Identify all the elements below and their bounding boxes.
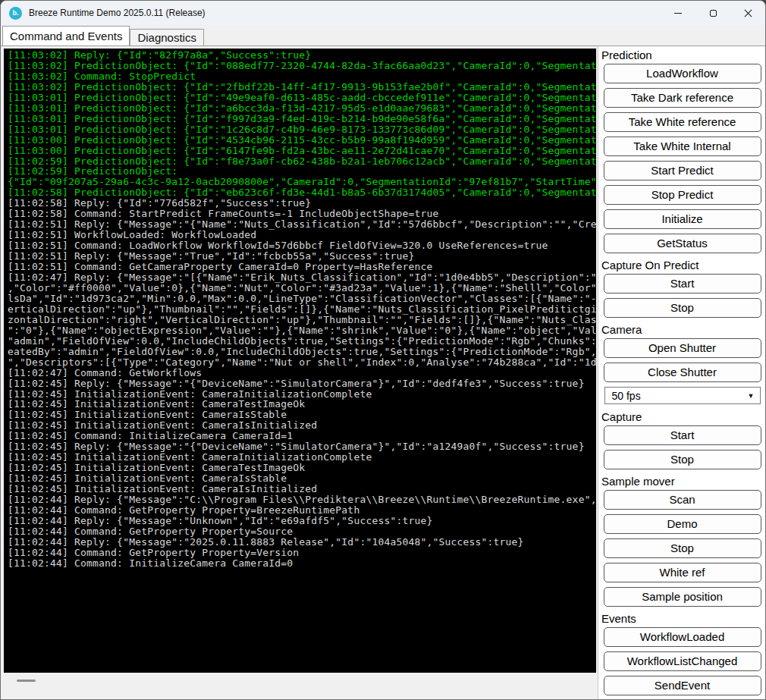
- console-line: ,"Color":"#ff0000","Value":0},{"Name":"N…: [8, 283, 596, 293]
- prediction-initialize-button[interactable]: Initialize: [604, 209, 761, 229]
- maximize-button[interactable]: [695, 1, 730, 25]
- tab-page: [11:03:02] Reply: {"Id":"82f97a8a","Succ…: [1, 46, 765, 699]
- console-line: [11:02:44] Command: GetProperty Property…: [8, 526, 596, 537]
- window-controls: [661, 1, 765, 25]
- camera-open-shutter-button[interactable]: Open Shutter: [604, 338, 761, 358]
- console-line: ":"0"},{"Name":"objectExpression","Value…: [8, 325, 596, 336]
- minimize-button[interactable]: [661, 1, 695, 25]
- prediction-getstatus-button[interactable]: GetStatus: [604, 234, 761, 253]
- console-line: [11:02:58] Command: StartPredict FrameCo…: [8, 209, 596, 219]
- console-line: [11:02:45] InitializationEvent: CameraTe…: [8, 463, 596, 473]
- console-line: [11:02:45] InitializationEvent: CameraTe…: [8, 399, 596, 410]
- console-line: [11:02:58] Reply: {"Id":"776d582f","Succ…: [8, 198, 596, 209]
- sample-mover-sample-position-button[interactable]: Sample position: [604, 587, 761, 607]
- console-line: [11:02:45] InitializationEvent: CameraIs…: [8, 420, 596, 431]
- console-line: [11:03:02] PredictionObject: {"Id":"2fbd…: [8, 82, 596, 93]
- console-line: [11:02:47] Command: GetWorkflows: [8, 368, 596, 378]
- console-line: [11:02:45] Command: InitializeCamera Cam…: [8, 431, 596, 441]
- tab-strip: Command and Events Diagnostics: [1, 25, 765, 46]
- prediction-take-white-reference-button[interactable]: Take White reference: [604, 112, 761, 132]
- console-line: [11:02:45] InitializationEvent: CameraIn…: [8, 389, 596, 400]
- control-panel: PredictionLoadWorkflowTake Dark referenc…: [598, 46, 766, 700]
- console-line: eatedBy":"admin","FieldOfView":0.0,"Incl…: [8, 347, 596, 357]
- console-line: [11:02:44] Command: GetProperty Property…: [8, 548, 596, 558]
- console-line: [11:02:45] Reply: {"Message":"{"DeviceNa…: [8, 378, 596, 389]
- capture-on-predict-stop-button[interactable]: Stop: [604, 298, 761, 318]
- console-line: [11:02:45] InitializationEvent: CameraIs…: [8, 473, 596, 484]
- prediction-stop-predict-button[interactable]: Stop Predict: [604, 185, 761, 205]
- capture-stop-button[interactable]: Stop: [604, 450, 761, 469]
- console-line: [11:02:51] Command: GetCameraProperty Ca…: [8, 262, 596, 272]
- events-workflowloaded-button[interactable]: WorkflowLoaded: [604, 627, 761, 647]
- console-line: [11:02:59] PredictionObject: {"Id":"f8e7…: [8, 156, 596, 167]
- close-button[interactable]: [730, 1, 765, 25]
- console-line: [11:02:45] Reply: {"Message":"{"DeviceNa…: [8, 441, 596, 452]
- console-line: [11:03:01] PredictionObject: {"Id":"a6bc…: [8, 103, 596, 114]
- capture-on-predict-start-button[interactable]: Start: [604, 274, 761, 293]
- console-line: [11:02:44] Reply: {"Message":"Unknown","…: [8, 516, 596, 526]
- window-title: Breeze Runtime Demo 2025.0.11 (Release): [29, 8, 206, 18]
- events-workflowlistchanged-button[interactable]: WorkflowListChanged: [604, 651, 761, 671]
- console-line: [11:02:47] Reply: {"Message":"[{"Name":"…: [8, 272, 596, 283]
- console-log[interactable]: [11:03:02] Reply: {"Id":"82f97a8a","Succ…: [4, 49, 596, 673]
- console-line: [11:02:45] InitializationEvent: CameraIs…: [8, 410, 596, 420]
- fps-select-value: 50 fps: [612, 390, 641, 402]
- console-line: [11:02:51] Reply: {"Message":"{"Name":"N…: [8, 219, 596, 230]
- section-label-capture: Capture: [598, 410, 766, 425]
- console-line: lsDa","Id":"1d973ca2","Min":0.0,"Max":0.…: [8, 293, 596, 304]
- prediction-take-white-internal-button[interactable]: Take White Internal: [604, 137, 761, 156]
- console-hscrollbar[interactable]: [4, 673, 596, 687]
- prediction-loadworkflow-button[interactable]: LoadWorkflow: [604, 64, 761, 83]
- console-line: {"Id":"09f207a5-29a6-4c3c-9a12-0acb20908…: [8, 177, 596, 187]
- console-line: [11:03:01] PredictionObject: {"Id":"f997…: [8, 114, 596, 124]
- app-icon: b.: [9, 7, 22, 20]
- console-line: zontalDirection":"right","VerticalDirect…: [8, 315, 596, 325]
- console-line: [11:03:01] PredictionObject: {"Id":"49e9…: [8, 93, 596, 103]
- events-sendevent-button[interactable]: SendEvent: [604, 676, 761, 695]
- console-line: [11:02:51] Reply: {"Message":"True","Id"…: [8, 251, 596, 262]
- camera-close-shutter-button[interactable]: Close Shutter: [604, 363, 761, 382]
- sample-mover-demo-button[interactable]: Demo: [604, 514, 761, 534]
- maximize-icon: [710, 10, 717, 17]
- console-line: ","Descriptors":[{"Type":"Category","Nam…: [8, 357, 596, 368]
- console-line: [11:02:51] Command: LoadWorkflow Workflo…: [8, 240, 596, 251]
- app-window: b. Breeze Runtime Demo 2025.0.11 (Releas…: [0, 0, 766, 700]
- console-line: [11:02:45] InitializationEvent: CameraIn…: [8, 452, 596, 463]
- console-line: [11:03:02] PredictionObject: {"Id":"088e…: [8, 61, 596, 71]
- minimize-icon: [674, 13, 682, 14]
- tab-diagnostics[interactable]: Diagnostics: [130, 29, 204, 46]
- sample-mover-stop-button[interactable]: Stop: [604, 538, 761, 558]
- console-line: [11:02:51] WorkflowLoaded: WorkflowLoade…: [8, 230, 596, 240]
- sample-mover-white-ref-button[interactable]: White ref: [604, 563, 761, 582]
- scrollbar-thumb[interactable]: [17, 680, 36, 682]
- console-line: [11:02:44] Reply: {"Message":"2025.0.11.…: [8, 537, 596, 548]
- prediction-start-predict-button[interactable]: Start Predict: [604, 161, 761, 180]
- section-label-sample-mover: Sample mover: [598, 474, 766, 490]
- capture-start-button[interactable]: Start: [604, 425, 761, 445]
- console-line: [11:03:00] PredictionObject: {"Id":"6147…: [8, 146, 596, 156]
- title-bar: b. Breeze Runtime Demo 2025.0.11 (Releas…: [1, 1, 765, 25]
- console-line: [11:03:02] Reply: {"Id":"82f97a8a","Succ…: [8, 50, 596, 61]
- close-icon: [743, 8, 753, 18]
- console-line: [11:03:01] PredictionObject: {"Id":"1c26…: [8, 124, 596, 135]
- console-line: [11:02:44] Command: InitializeCamera Cam…: [8, 558, 596, 569]
- section-label-camera: Camera: [598, 322, 766, 338]
- section-label-capture-on-predict: Capture On Predict: [598, 258, 766, 274]
- console-line: [11:02:58] PredictionObject: {"Id":"eb62…: [8, 187, 596, 198]
- section-label-prediction: Prediction: [598, 48, 766, 64]
- fps-select[interactable]: 50 fps▼: [604, 387, 761, 404]
- console-line: [11:03:00] PredictionObject: {"Id":"4534…: [8, 135, 596, 146]
- prediction-take-dark-reference-button[interactable]: Take Dark reference: [604, 88, 761, 108]
- console-line: erticalDirection":"up"},"Thumbnail":"","…: [8, 304, 596, 315]
- console-line: [11:02:59] PredictionObject:: [8, 166, 596, 177]
- tab-command-and-events[interactable]: Command and Events: [2, 26, 130, 46]
- sample-mover-scan-button[interactable]: Scan: [604, 490, 761, 510]
- console-line: [11:03:02] Command: StopPredict: [8, 71, 596, 82]
- section-label-events: Events: [598, 611, 766, 627]
- console-line: "admin","FieldOfView":0.0,"IncludeChildO…: [8, 336, 596, 347]
- console-line: [11:02:44] Command: GetProperty Property…: [8, 505, 596, 516]
- chevron-down-icon: ▼: [748, 392, 755, 400]
- console-line: [11:02:45] InitializationEvent: CameraIs…: [8, 484, 596, 494]
- console-line: [11:02:44] Reply: {"Message":"C:\\Progra…: [8, 494, 596, 505]
